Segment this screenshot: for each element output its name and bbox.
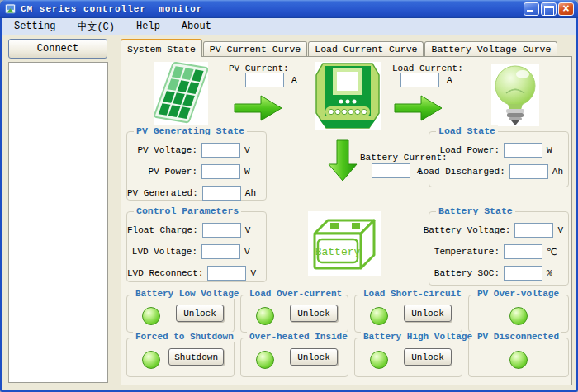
battery-soc-field[interactable]: [504, 266, 542, 281]
status-forced-to-shutdown-title: Forced to Shutdown: [133, 332, 236, 342]
light-bulb-icon: [491, 64, 539, 126]
battery-soc-unit: %: [547, 268, 563, 278]
float-charge-label: Float Charge:: [127, 225, 198, 235]
load-over-current-led: [256, 307, 274, 325]
battery-state-title: Battery State: [436, 205, 515, 216]
battery-voltage-unit: V: [557, 225, 563, 235]
window-body: Setting 中文(C) Help About Connect System …: [2, 18, 576, 390]
window-title: CM series controller monitor: [21, 4, 202, 14]
load-current-field[interactable]: [400, 73, 439, 87]
pv-generated-unit: Ah: [245, 188, 261, 198]
battery-soc-label: Battery SOC:: [434, 268, 500, 278]
connect-button[interactable]: Connect: [8, 39, 107, 59]
load-power-label: Load Power:: [439, 145, 500, 155]
status-load-short-circuit-title: Load Short-circuit: [361, 289, 464, 299]
solar-panel-icon: [154, 62, 208, 126]
status-pv-disconnected-title: PV Disconnected: [475, 332, 561, 342]
battery-state-group: Battery State Battery Voltage:V Temperat…: [429, 211, 569, 286]
pv-power-label: PV Power:: [149, 167, 197, 177]
menu-help[interactable]: Help: [136, 21, 160, 32]
load-power-field[interactable]: [504, 143, 542, 158]
controller-icon: [315, 62, 381, 130]
pv-over-voltage-led: [509, 307, 528, 325]
load-flow-arrow-icon: [394, 93, 443, 123]
load-discharged-unit: Ah: [552, 167, 563, 177]
status-load-over-current-title: Load Over-current: [247, 289, 344, 299]
status-battery-low-voltage-title: Battery Low Voltage: [133, 289, 241, 299]
close-button[interactable]: [558, 2, 574, 16]
battery-current-unit: A: [417, 166, 434, 176]
lvd-reconnect-unit: V: [250, 268, 261, 278]
battery-voltage-field[interactable]: [514, 223, 553, 238]
battery-low-voltage-led: [142, 307, 160, 325]
forced-to-shutdown-button[interactable]: Shutdown: [168, 348, 224, 366]
menu-setting[interactable]: Setting: [14, 21, 55, 32]
pv-current-unit: A: [291, 75, 308, 85]
temperature-field[interactable]: [504, 244, 542, 259]
tab-pv-current-curve[interactable]: PV Current Curve: [203, 41, 307, 57]
status-load-over-current: Load Over-current Unlock: [240, 295, 348, 333]
minimize-button[interactable]: [524, 2, 539, 16]
menu-bar: Setting 中文(C) Help About: [2, 18, 576, 35]
battery-icon: Battery: [308, 211, 381, 276]
pv-power-unit: W: [244, 167, 261, 177]
status-battery-high-voltage: Battery High Voltage Unlock: [354, 338, 462, 377]
battery-current-label: Battery Current:: [360, 153, 448, 163]
over-heated-inside-led: [256, 351, 274, 369]
status-over-heated-inside-title: Over-heated Inside: [247, 332, 350, 342]
over-heated-inside-unlock-button[interactable]: Unlock: [290, 348, 338, 366]
pv-voltage-unit: V: [244, 145, 261, 155]
pv-generating-state-title: PV Generating State: [134, 125, 247, 136]
tab-system-state[interactable]: System State: [121, 39, 202, 57]
maximize-button[interactable]: [541, 2, 557, 16]
status-battery-low-voltage: Battery Low Voltage Unlock: [126, 295, 235, 333]
menu-about[interactable]: About: [182, 21, 211, 32]
pv-disconnected-led: [509, 351, 528, 369]
status-battery-high-voltage-title: Battery High Voltage: [361, 332, 475, 342]
float-charge-field[interactable]: [202, 223, 241, 238]
app-window: CM series controller monitor Setting 中文(…: [0, 0, 578, 392]
tab-battery-voltage-curve[interactable]: Battery Voltage Curve: [424, 41, 557, 57]
load-power-unit: W: [547, 145, 563, 155]
battery-low-voltage-unlock-button[interactable]: Unlock: [176, 305, 224, 322]
battery-high-voltage-unlock-button[interactable]: Unlock: [404, 348, 452, 366]
title-bar: CM series controller monitor: [0, 0, 578, 18]
pv-current-field[interactable]: [245, 73, 284, 87]
control-parameters-title: Control Parameters: [134, 205, 241, 216]
load-state-title: Load State: [436, 125, 498, 136]
control-parameters-group: Control Parameters Float Charge:V LVD Vo…: [126, 211, 267, 282]
status-load-short-circuit: Load Short-circuit Unlock: [354, 295, 462, 333]
status-forced-to-shutdown: Forced to Shutdown Shutdown: [126, 338, 235, 377]
lvd-voltage-label: LVD Voltage:: [132, 247, 197, 257]
load-state-group: Load State Load Power:W Load Discharged:…: [429, 131, 569, 187]
pv-generating-state-group: PV Generating State PV Voltage:V PV Powe…: [126, 131, 267, 201]
load-short-circuit-led: [370, 307, 388, 325]
status-over-heated-inside: Over-heated Inside Unlock: [240, 338, 348, 377]
pv-generated-label: PV Generated:: [127, 188, 198, 198]
battery-flow-arrow-icon: [327, 139, 358, 182]
battery-voltage-label: Battery Voltage:: [424, 225, 511, 235]
app-icon: [4, 3, 17, 15]
pv-flow-arrow-icon: [234, 93, 283, 123]
lvd-voltage-field[interactable]: [201, 244, 240, 259]
pv-power-field[interactable]: [201, 164, 240, 179]
pv-generated-field[interactable]: [202, 186, 241, 201]
lvd-reconnect-field[interactable]: [207, 266, 246, 281]
system-state-panel: PV Current: A Load Current:: [121, 56, 572, 385]
temperature-label: Temperature:: [434, 247, 500, 257]
status-pv-over-voltage-title: PV Over-voltage: [475, 289, 561, 299]
load-over-current-unlock-button[interactable]: Unlock: [290, 305, 338, 322]
battery-current-field[interactable]: [372, 163, 410, 178]
pv-voltage-field[interactable]: [201, 143, 240, 158]
forced-to-shutdown-led: [142, 351, 160, 369]
device-list-box[interactable]: [8, 62, 108, 383]
temperature-unit: ℃: [547, 247, 563, 257]
status-pv-over-voltage: PV Over-voltage: [468, 295, 569, 333]
menu-language[interactable]: 中文(C): [77, 20, 115, 34]
svg-text:Battery: Battery: [315, 246, 361, 258]
pv-voltage-label: PV Voltage:: [137, 145, 197, 155]
status-pv-disconnected: PV Disconnected: [468, 338, 569, 377]
load-discharged-field[interactable]: [509, 164, 548, 179]
load-short-circuit-unlock-button[interactable]: Unlock: [404, 305, 452, 322]
tab-load-current-curve[interactable]: Load Current Curve: [308, 41, 424, 57]
